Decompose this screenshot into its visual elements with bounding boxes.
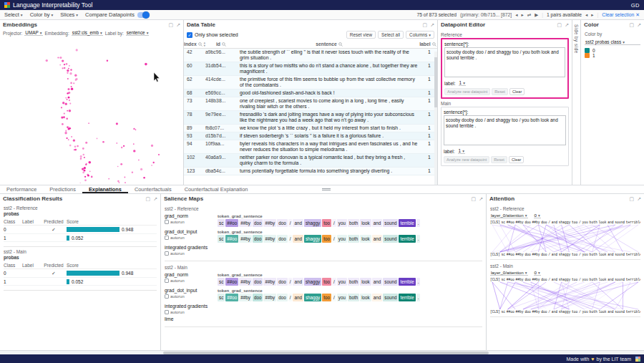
search-icon[interactable] <box>338 42 343 47</box>
popout-icon[interactable]: ↗ <box>565 22 569 28</box>
play-datapoints-icon[interactable]: ▶ <box>535 12 538 18</box>
salience-token[interactable]: and <box>372 278 383 286</box>
salience-token[interactable]: sound <box>383 294 398 301</box>
salience-token[interactable]: both <box>348 235 359 243</box>
analyze-new-datapoint-button[interactable]: Analyze new datapoint <box>444 156 489 163</box>
salience-token[interactable]: both <box>348 219 359 227</box>
salience-token[interactable]: shaggy <box>304 235 321 243</box>
columns-button[interactable]: Columns▾ <box>406 31 434 39</box>
salience-token[interactable]: both <box>348 278 359 286</box>
tab-explanations[interactable]: Explanations <box>82 185 128 193</box>
head-select[interactable]: 0▾ <box>534 213 541 218</box>
salience-token[interactable]: ##by <box>263 235 276 243</box>
maximize-icon[interactable]: ▢ <box>169 22 174 28</box>
popout-icon[interactable]: ↗ <box>637 22 641 28</box>
table-row[interactable]: 94 10f9aa... byler reveals his character… <box>184 140 437 154</box>
salience-token[interactable]: and <box>372 219 383 227</box>
salience-token[interactable]: doo <box>277 294 288 301</box>
salience-token[interactable]: / <box>288 235 293 243</box>
color-by-menu[interactable]: Color by▾ <box>30 11 54 18</box>
table-row[interactable]: 89 fb8c07... we know the plot 's a littl… <box>184 125 437 132</box>
salience-token[interactable]: look <box>360 235 371 243</box>
maximize-icon[interactable]: ▢ <box>557 22 562 28</box>
salience-token[interactable]: doo <box>277 278 288 286</box>
salience-token[interactable]: ##by <box>263 278 276 286</box>
salience-token[interactable]: too <box>322 294 331 301</box>
salience-token[interactable]: ##by <box>239 278 252 286</box>
user-initials[interactable]: GD <box>631 2 640 9</box>
tab-predictions[interactable]: Predictions <box>43 185 82 193</box>
tab-counterfactual-explanation[interactable]: Counterfactual Explanation <box>178 185 255 193</box>
salience-token[interactable]: terrible <box>399 219 415 227</box>
lit-footer-logo-icon[interactable] <box>635 357 640 362</box>
drag-handle[interactable] <box>322 188 331 190</box>
clear-button[interactable]: Clear <box>509 156 524 163</box>
salience-token[interactable]: ##by <box>239 294 252 301</box>
reset-button[interactable]: Reset <box>491 156 507 163</box>
salience-token[interactable]: you <box>337 294 347 301</box>
autorun-checkbox[interactable]: autorun <box>165 294 218 299</box>
autorun-checkbox[interactable]: autorun <box>165 310 218 314</box>
head-select[interactable]: 0▾ <box>534 270 541 276</box>
select-all-button[interactable]: Select all <box>378 31 404 39</box>
reset-view-button[interactable]: Reset view <box>346 31 376 39</box>
salience-token[interactable]: . <box>416 278 421 286</box>
salience-token[interactable]: you <box>337 278 347 286</box>
label-select[interactable]: 1▾ <box>458 148 465 154</box>
classification-row[interactable]: 1 0.052 <box>4 234 157 242</box>
table-row[interactable]: 68 e569cc... good old-fashioned slash-an… <box>184 89 437 97</box>
autorun-checkbox[interactable]: autorun <box>165 251 218 256</box>
salience-token[interactable]: you <box>337 235 347 243</box>
column-header-id[interactable]: id <box>216 42 220 47</box>
salience-token[interactable]: doo <box>277 235 288 243</box>
salience-token[interactable]: shaggy <box>304 219 321 227</box>
salience-token[interactable]: shaggy <box>304 294 321 301</box>
salience-token[interactable]: doo <box>253 294 263 301</box>
table-row[interactable]: 60 31db54... this is a story of two misf… <box>184 62 437 76</box>
projector-select[interactable]: UMAP▾ <box>24 30 42 36</box>
clear-button[interactable]: Clear <box>509 88 525 95</box>
salience-token[interactable]: look <box>360 219 371 227</box>
reset-button[interactable]: Reset <box>492 88 508 95</box>
table-row[interactable]: 78 9e79ee... fresnadillo 's dark and jol… <box>184 111 437 125</box>
salience-token[interactable]: / <box>332 294 336 301</box>
salience-token[interactable]: doo <box>253 219 263 227</box>
salience-token[interactable]: too <box>322 235 331 243</box>
salience-token[interactable]: sound <box>383 278 398 286</box>
salience-token[interactable]: / <box>288 219 293 227</box>
select-menu[interactable]: Select▾ <box>4 11 23 18</box>
table-scrollbar[interactable] <box>434 52 437 185</box>
scrollbar-thumb[interactable] <box>434 57 437 107</box>
salience-token[interactable]: too <box>322 278 331 286</box>
salience-token[interactable]: both <box>348 294 359 301</box>
salience-token[interactable]: . <box>416 235 421 243</box>
scrollbar-thumb[interactable] <box>163 352 489 354</box>
classification-row[interactable]: 0 ✓ 0.948 <box>4 226 157 234</box>
salience-token[interactable]: and <box>293 219 303 227</box>
salience-token[interactable]: sc <box>218 235 225 243</box>
classification-row[interactable]: 0 ✓ 0.948 <box>4 269 157 278</box>
popout-icon[interactable]: ↗ <box>430 22 434 28</box>
autorun-checkbox[interactable]: autorun <box>165 279 218 283</box>
salience-token[interactable]: . <box>416 294 421 301</box>
table-row[interactable]: 93 d15b7d... if steven soderbergh 's `` … <box>184 132 437 140</box>
salience-token[interactable]: ##by <box>263 294 276 301</box>
salience-token[interactable]: too <box>322 219 331 227</box>
maximize-icon[interactable]: ▢ <box>630 196 635 202</box>
search-icon[interactable] <box>432 42 436 47</box>
salience-token[interactable]: and <box>372 294 383 301</box>
random-datapoint-icon[interactable]: ⇄ <box>527 12 531 18</box>
analyze-new-datapoint-button[interactable]: Analyze new datapoint <box>444 88 490 95</box>
column-header-index[interactable]: index <box>184 42 197 47</box>
autorun-checkbox[interactable]: autorun <box>165 220 218 224</box>
next-datapoint-icon[interactable]: ▸ <box>521 12 523 18</box>
popout-icon[interactable]: ↗ <box>637 196 641 202</box>
salience-token[interactable]: ##oo <box>225 235 238 243</box>
salience-token[interactable]: sc <box>218 219 225 227</box>
slices-menu[interactable]: Slices▾ <box>60 11 78 18</box>
salience-token[interactable]: look <box>360 294 371 301</box>
maximize-icon[interactable]: ▢ <box>146 196 151 202</box>
table-row[interactable]: 123 dba54c... turns potentially forgetta… <box>184 168 437 175</box>
autorun-checkbox[interactable]: autorun <box>165 236 218 240</box>
salience-token[interactable]: and <box>293 278 303 286</box>
